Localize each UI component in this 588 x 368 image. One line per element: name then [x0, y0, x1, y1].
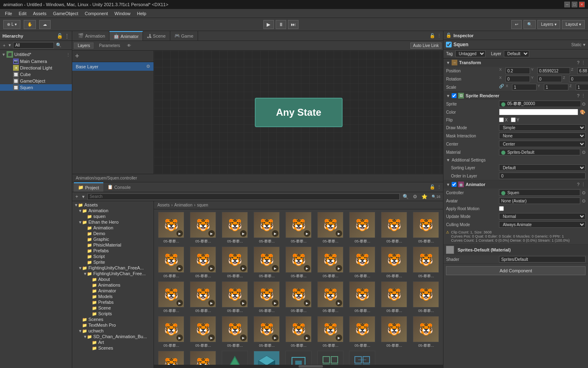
asset-sprite-9[interactable]: 🐯 05-攀攀...: [410, 211, 441, 245]
list-item[interactable]: 🐯05-攀攀...: [410, 280, 441, 314]
hierarchy-search-input[interactable]: [13, 42, 54, 49]
asset-biaoqin[interactable]: Biaoqin...: [219, 350, 250, 365]
hierarchy-search-icon[interactable]: 🔍: [55, 43, 63, 48]
list-item[interactable]: 🐯▶05-攀攀...: [283, 280, 314, 314]
color-icon[interactable]: 🎨: [580, 110, 586, 115]
any-state-node[interactable]: Any State: [255, 98, 343, 127]
menu-assets[interactable]: Assets: [30, 10, 50, 17]
play-button[interactable]: ▶: [263, 20, 274, 29]
position-x-input[interactable]: [506, 67, 530, 74]
color-picker[interactable]: [499, 109, 578, 115]
list-item[interactable]: 🐯05-攀攀...: [410, 246, 441, 280]
tree-uchwch[interactable]: ▼ 📁 uchwch: [72, 328, 154, 334]
list-item[interactable]: 🐯▶05-攀攀...: [283, 315, 314, 349]
tree-demo[interactable]: 📁 Demo: [72, 231, 154, 236]
tab-console[interactable]: 📋 Console: [103, 182, 135, 192]
object-active-checkbox[interactable]: [446, 42, 452, 47]
add-layer-button[interactable]: +: [75, 52, 79, 61]
tab-game[interactable]: 🎮 Game: [170, 31, 198, 40]
sprite-renderer-header[interactable]: ▼ 🖼 Sprite Renderer ? ⋮: [443, 92, 588, 100]
list-item[interactable]: 🐯▶05-攀攀...: [156, 315, 187, 349]
object-name[interactable]: Squen: [453, 42, 570, 47]
tree-animations[interactable]: 📁 Animations: [72, 282, 154, 288]
hierarchy-options-icon[interactable]: ⋮: [66, 52, 70, 57]
pause-button[interactable]: ⏸: [276, 20, 286, 29]
list-item[interactable]: 🐯05-攀攀...: [410, 315, 441, 349]
layout-dropdown[interactable]: Layout ▾: [562, 20, 585, 29]
tree-ethan-anim[interactable]: 📁 Animation: [72, 225, 154, 231]
panel-lock-icon[interactable]: 🔓: [430, 33, 435, 38]
list-item[interactable]: 🐯▶05-攀攀...: [219, 280, 250, 314]
culling-mode-dropdown[interactable]: Always Animate: [499, 221, 586, 228]
maximize-button[interactable]: □: [572, 2, 577, 7]
hierarchy-item-gameobject[interactable]: ⬜ GameObject: [0, 78, 72, 84]
list-item[interactable]: 🐯▶05-攀攀...: [219, 315, 250, 349]
horizontal-scrollbar[interactable]: [154, 365, 443, 368]
list-item[interactable]: 🐯▶05-攀攀...: [251, 315, 282, 349]
hierarchy-item-squen[interactable]: ⬜ Squen: [0, 84, 72, 91]
avatar-picker-icon[interactable]: ⊙: [582, 198, 586, 204]
menu-help[interactable]: Help: [134, 10, 149, 17]
search-button[interactable]: 🔍: [523, 20, 536, 29]
hierarchy-lock-icon[interactable]: 🔓: [57, 33, 63, 39]
asset-sprite-6[interactable]: 🐯 ▶ 05-攀攀...: [315, 211, 346, 245]
scrollbar-thumb[interactable]: [298, 365, 323, 368]
animator-enabled[interactable]: [452, 182, 457, 187]
list-item[interactable]: 🐯▶05-攀攀...: [251, 280, 282, 314]
asset-gameobj[interactable]: GameOb...: [315, 350, 346, 365]
list-item[interactable]: 🐯▶05-攀攀...: [219, 246, 250, 280]
hand-tool-button[interactable]: ✋: [24, 20, 36, 29]
cloud-button[interactable]: ☁: [39, 20, 51, 29]
tree-animation[interactable]: ▼ 📁 Animation: [72, 208, 154, 213]
position-y-input[interactable]: [537, 67, 570, 74]
minimize-button[interactable]: ─: [564, 2, 570, 7]
tree-script[interactable]: 📁 Script: [72, 254, 154, 259]
static-dropdown-icon[interactable]: ▾: [583, 42, 586, 47]
layer-dropdown[interactable]: Default: [504, 50, 529, 57]
create-button[interactable]: +: [74, 194, 79, 200]
filter2-icon[interactable]: ⚙: [412, 194, 419, 200]
tab-scene[interactable]: 🏞 Scene: [143, 31, 170, 40]
sorting-layer-dropdown[interactable]: Default: [499, 164, 586, 171]
tree-scripts[interactable]: 📁 Scripts: [72, 311, 154, 316]
project-menu-icon[interactable]: ⋮: [437, 184, 441, 190]
list-item[interactable]: 🐯▶05-攀攀...: [251, 246, 282, 280]
close-button[interactable]: ✕: [579, 2, 585, 7]
hierarchy-item-main-camera[interactable]: 📷 Main Camera: [0, 58, 72, 65]
list-item[interactable]: 🐯▶05-攀攀...: [315, 246, 346, 280]
material-comp-header[interactable]: Sprites-Default (Material): [443, 245, 588, 255]
layer-gear-icon[interactable]: ⚙: [146, 64, 150, 69]
scale-y-input[interactable]: [544, 84, 568, 90]
sprite-renderer-help-icon[interactable]: ?: [577, 93, 579, 99]
layers-tab[interactable]: Layers: [74, 43, 94, 49]
undo-button[interactable]: ↩: [511, 20, 522, 29]
list-item[interactable]: 🐯▶05-攀攀...: [315, 280, 346, 314]
position-z-input[interactable]: [577, 67, 588, 74]
animator-comp-header[interactable]: ▼ 🤖 Animator ? ⋮: [443, 180, 588, 188]
asset-sprite-4[interactable]: 🐯 ▶ 05-攀攀...: [251, 211, 282, 245]
rotation-y-input[interactable]: [537, 76, 562, 82]
list-item[interactable]: 🐯05-攀攀...: [379, 280, 410, 314]
transform-more-icon[interactable]: ⋮: [581, 60, 586, 65]
list-item[interactable]: 🐯▶05-攀攀...: [315, 315, 346, 349]
tree-scenes2[interactable]: 📁 Scenes: [72, 345, 154, 351]
step-button[interactable]: ⏭: [288, 20, 298, 29]
tree-prefabs2[interactable]: 📁 Prefabs: [72, 299, 154, 305]
project-search-input[interactable]: [87, 193, 400, 200]
tree-phisic[interactable]: 📁 PhisicMaterial: [72, 242, 154, 248]
tree-textmesh[interactable]: 📁 TextMesh Pro: [72, 322, 154, 328]
asset-sprite-1[interactable]: 🐯 ▶ 05-攀攀...: [156, 211, 187, 245]
zoom-slider[interactable]: 🔍16: [430, 195, 441, 199]
additional-settings-row[interactable]: ▼ Additional Settings: [443, 156, 588, 164]
breadcrumb-animation[interactable]: Animation: [174, 203, 192, 207]
list-item[interactable]: 🐯▶05-攀攀...: [283, 246, 314, 280]
list-item[interactable]: 🐯05-攀攀...: [347, 315, 378, 349]
asset-cube[interactable]: Cube: [251, 350, 282, 365]
tree-prefabs[interactable]: 📁 Prefabs: [72, 248, 154, 254]
breadcrumb-assets[interactable]: Assets: [157, 203, 169, 207]
asset-squen-ctrl[interactable]: Squen: [347, 350, 378, 365]
tree-fighting[interactable]: ▼ 📁 FightingUnityChan_FreeA...: [72, 265, 154, 271]
tab-project[interactable]: 📁 Project: [74, 182, 103, 192]
tab-animator[interactable]: 🤖 Animator: [109, 31, 143, 40]
scale-z-input[interactable]: [576, 84, 588, 90]
